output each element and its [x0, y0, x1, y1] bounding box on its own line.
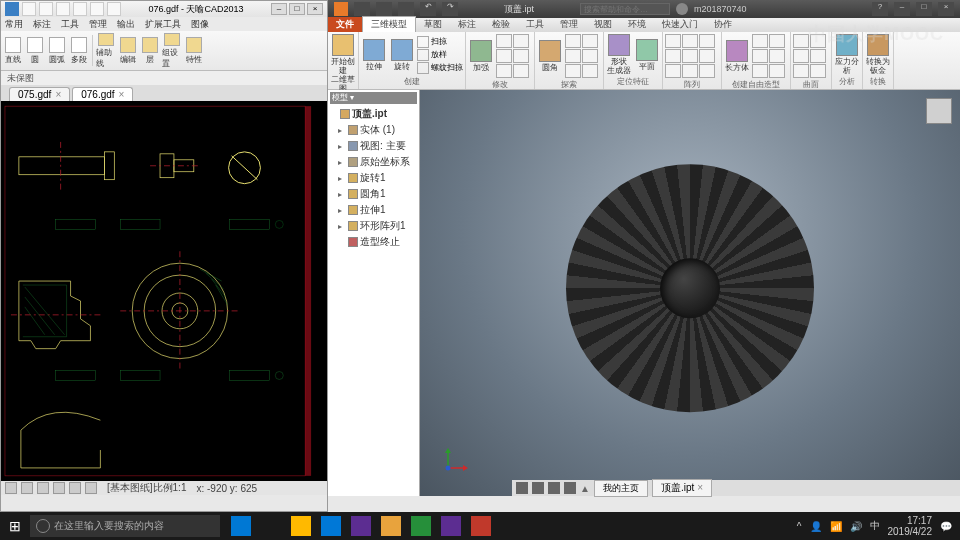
user-icon[interactable] — [676, 3, 688, 15]
ribbon-icon-button[interactable] — [769, 49, 785, 63]
ribbon-button[interactable]: 长方体 — [724, 40, 750, 72]
ribbon-icon-button[interactable] — [752, 49, 768, 63]
tab-nav-icon[interactable] — [516, 482, 528, 494]
tree-item[interactable]: ▸拉伸1 — [330, 202, 417, 218]
lwt-icon[interactable] — [85, 482, 97, 494]
menu-item[interactable]: 管理 — [89, 18, 107, 31]
ortho-icon[interactable] — [37, 482, 49, 494]
file-tab-active[interactable]: 076.gdf× — [72, 87, 133, 101]
chevron-up-icon[interactable]: ▲ — [580, 483, 590, 494]
ribbon-icon-button[interactable] — [682, 49, 698, 63]
ribbon-icon-button[interactable] — [513, 34, 529, 48]
cad-canvas[interactable] — [1, 101, 327, 481]
qat-undo[interactable]: ↶ — [420, 2, 436, 16]
ribbon-icon-button[interactable] — [793, 64, 809, 78]
tool-aux[interactable]: 辅助线 — [96, 33, 116, 69]
tool-edit[interactable]: 编辑 — [118, 33, 138, 69]
ribbon-icon-button[interactable] — [793, 34, 809, 48]
ribbon-small-button[interactable]: 螺纹扫掠 — [417, 62, 463, 74]
tab-env[interactable]: 环境 — [620, 17, 654, 32]
taskbar-app[interactable] — [316, 512, 346, 540]
cad-close-button[interactable]: × — [307, 3, 323, 15]
ribbon-button[interactable]: 加强 — [468, 40, 494, 72]
taskbar-search[interactable]: 在这里输入要搜索的内容 — [30, 515, 220, 537]
tab-file[interactable]: 文件 — [328, 17, 362, 32]
qat-open[interactable] — [376, 2, 392, 16]
tree-item[interactable]: 造型终止 — [330, 234, 417, 250]
tab-manage[interactable]: 管理 — [552, 17, 586, 32]
tray-network-icon[interactable]: 📶 — [830, 521, 842, 532]
menu-item[interactable]: 常用 — [5, 18, 23, 31]
tray-ime-icon[interactable]: 中 — [870, 519, 880, 533]
system-tray[interactable]: ^ 👤 📶 🔊 中 17:17 2019/4/22 💬 — [789, 515, 960, 537]
ribbon-icon-button[interactable] — [565, 64, 581, 78]
ribbon-icon-button[interactable] — [513, 64, 529, 78]
taskbar-app[interactable] — [466, 512, 496, 540]
close-icon[interactable]: × — [55, 89, 61, 100]
menu-item[interactable]: 图像 — [191, 18, 209, 31]
ribbon-icon-button[interactable] — [699, 64, 715, 78]
polar-icon[interactable] — [53, 482, 65, 494]
qat-redo[interactable] — [90, 2, 104, 16]
close-icon[interactable]: × — [697, 482, 703, 493]
ribbon-icon-button[interactable] — [769, 64, 785, 78]
ribbon-small-button[interactable]: 扫掠 — [417, 36, 463, 48]
ribbon-icon-button[interactable] — [496, 49, 512, 63]
tool-poly[interactable]: 多段 — [69, 33, 89, 69]
menu-item[interactable]: 输出 — [117, 18, 135, 31]
ribbon-icon-button[interactable] — [665, 34, 681, 48]
qat-save[interactable] — [398, 2, 414, 16]
ribbon-icon-button[interactable] — [769, 34, 785, 48]
tab-sketch[interactable]: 草图 — [416, 17, 450, 32]
tab-3dmodel[interactable]: 三维模型 — [362, 16, 416, 32]
tool-props[interactable]: 特性 — [184, 33, 204, 69]
tab-getstarted[interactable]: 快速入门 — [654, 17, 706, 32]
tab-annotate[interactable]: 标注 — [450, 17, 484, 32]
cad-min-button[interactable]: – — [271, 3, 287, 15]
ribbon-icon-button[interactable] — [496, 34, 512, 48]
qat-redo[interactable]: ↷ — [442, 2, 458, 16]
qat-save[interactable] — [56, 2, 70, 16]
qat-new[interactable] — [354, 2, 370, 16]
ribbon-icon-button[interactable] — [810, 49, 826, 63]
ribbon-icon-button[interactable] — [513, 49, 529, 63]
tree-item[interactable]: ▸旋转1 — [330, 170, 417, 186]
ribbon-icon-button[interactable] — [682, 34, 698, 48]
ribbon-icon-button[interactable] — [582, 49, 598, 63]
ribbon-icon-button[interactable] — [810, 64, 826, 78]
3d-viewport[interactable]: ▲ 我的主页 顶盖.ipt× — [420, 90, 960, 496]
cad-max-button[interactable]: □ — [289, 3, 305, 15]
model-browser[interactable]: 模型 ▾ 顶盖.ipt▸实体 (1)▸视图: 主要▸原始坐标系▸旋转1▸圆角1▸… — [328, 90, 420, 496]
ribbon-icon-button[interactable] — [565, 34, 581, 48]
qat-undo[interactable] — [73, 2, 87, 16]
taskbar-app[interactable] — [226, 512, 256, 540]
taskbar-clock[interactable]: 17:17 2019/4/22 — [888, 515, 933, 537]
taskbar-app[interactable] — [346, 512, 376, 540]
tab-nav-icon[interactable] — [564, 482, 576, 494]
taskbar-app[interactable] — [406, 512, 436, 540]
grid-icon[interactable] — [21, 482, 33, 494]
browser-header[interactable]: 模型 ▾ — [330, 92, 417, 104]
taskbar-app[interactable] — [256, 512, 286, 540]
ribbon-icon-button[interactable] — [665, 64, 681, 78]
tray-people-icon[interactable]: 👤 — [810, 521, 822, 532]
tab-collab[interactable]: 协作 — [706, 17, 740, 32]
help-icon[interactable]: ? — [872, 2, 888, 16]
tree-item[interactable]: ▸圆角1 — [330, 186, 417, 202]
taskbar-app[interactable] — [286, 512, 316, 540]
taskbar-app[interactable] — [376, 512, 406, 540]
snap-icon[interactable] — [5, 482, 17, 494]
doc-tab-part[interactable]: 顶盖.ipt× — [652, 479, 712, 497]
doc-tab-home[interactable]: 我的主页 — [594, 480, 648, 497]
tab-nav-icon[interactable] — [532, 482, 544, 494]
user-name[interactable]: m201870740 — [694, 4, 747, 14]
ribbon-icon-button[interactable] — [682, 64, 698, 78]
tree-item[interactable]: ▸环形阵列1 — [330, 218, 417, 234]
ribbon-button[interactable]: 开始创建二维草图 — [330, 34, 356, 93]
ribbon-icon-button[interactable] — [752, 34, 768, 48]
tree-item[interactable]: 顶盖.ipt — [330, 106, 417, 122]
tab-view[interactable]: 视图 — [586, 17, 620, 32]
tray-chevron-icon[interactable]: ^ — [797, 521, 802, 532]
menu-item[interactable]: 工具 — [61, 18, 79, 31]
tool-circle[interactable]: 圆 — [25, 33, 45, 69]
